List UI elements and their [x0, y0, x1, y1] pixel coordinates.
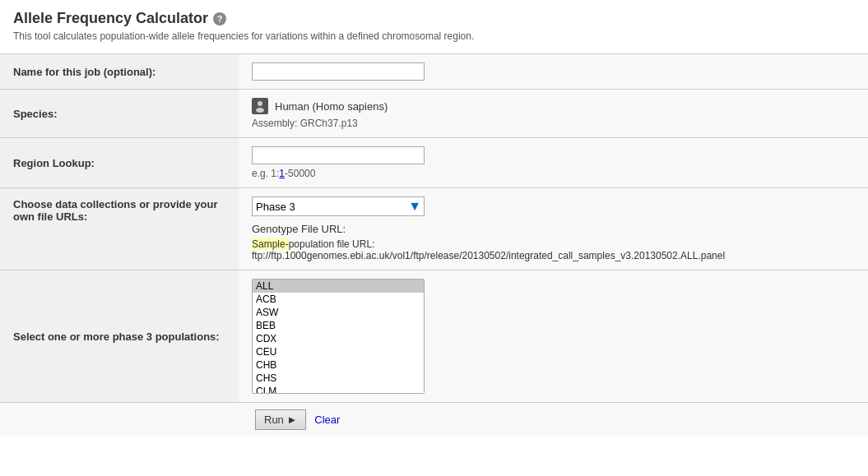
population-option[interactable]: ACB — [253, 293, 424, 306]
svg-point-1 — [256, 108, 264, 113]
phase-select-wrapper: Phase 1 Phase 3 ▼ — [252, 196, 425, 216]
page-title: Allele Frequency Calculator ? — [13, 10, 855, 27]
sample-highlight: Sample- — [252, 238, 289, 250]
page-header: Allele Frequency Calculator ? This tool … — [0, 0, 868, 47]
assembly-text: Assembly: GRCh37.p13 — [252, 118, 855, 129]
job-name-row: Name for this job (optional): — [0, 54, 868, 90]
job-name-input[interactable] — [252, 62, 425, 81]
population-option[interactable]: ALL — [253, 280, 424, 293]
title-text: Allele Frequency Calculator — [13, 10, 208, 27]
populations-row: Select one or more phase 3 populations: … — [0, 270, 868, 403]
region-lookup-row: Region Lookup: e.g. 1:1-50000 — [0, 138, 868, 188]
population-option[interactable]: CLM — [253, 385, 424, 394]
svg-point-0 — [258, 101, 262, 106]
sample-url-value: ftp://ftp.1000genomes.ebi.ac.uk/vol1/ftp… — [252, 250, 725, 261]
form-table: Name for this job (optional): Species: H… — [0, 53, 868, 402]
species-icon — [252, 98, 268, 114]
job-name-label: Name for this job (optional): — [0, 54, 239, 90]
sample-population-url: Sample-population file URL: ftp://ftp.10… — [252, 238, 855, 261]
population-option[interactable]: ASW — [253, 306, 424, 319]
run-button[interactable]: Run ► — [255, 409, 306, 430]
phase-select[interactable]: Phase 1 Phase 3 — [252, 196, 425, 216]
species-label: Species: — [0, 90, 239, 138]
region-hint-link[interactable]: 1 — [279, 168, 285, 179]
region-hint: e.g. 1:1-50000 — [252, 168, 855, 179]
population-option[interactable]: CDX — [253, 332, 424, 345]
species-name: Human (Homo sapiens) — [275, 100, 388, 113]
data-collections-label: Choose data collections or provide your … — [0, 188, 239, 270]
buttons-row: Run ► Clear — [0, 402, 868, 437]
genotype-file-url-label: Genotype File URL: — [252, 223, 855, 235]
population-option[interactable]: BEB — [253, 319, 424, 332]
population-option[interactable]: CEU — [253, 345, 424, 358]
region-lookup-label: Region Lookup: — [0, 138, 239, 188]
page-subtitle: This tool calculates population-wide all… — [13, 30, 855, 42]
population-option[interactable]: CHB — [253, 358, 424, 372]
run-button-label: Run ► — [264, 414, 297, 426]
species-info: Human (Homo sapiens) — [252, 98, 855, 114]
clear-button[interactable]: Clear — [314, 414, 340, 426]
populations-listbox[interactable]: ALLACBASWBEBCDXCEUCHBCHSCLMESNFINGBRGIHG… — [252, 279, 425, 394]
help-icon[interactable]: ? — [213, 12, 226, 25]
sample-rest: population file URL: — [289, 238, 375, 250]
species-row: Species: Human (Homo sapiens) Assembly: … — [0, 90, 868, 138]
populations-label: Select one or more phase 3 populations: — [0, 270, 239, 403]
region-lookup-input[interactable] — [252, 146, 425, 164]
population-option[interactable]: CHS — [253, 372, 424, 385]
data-collections-row: Choose data collections or provide your … — [0, 188, 868, 270]
